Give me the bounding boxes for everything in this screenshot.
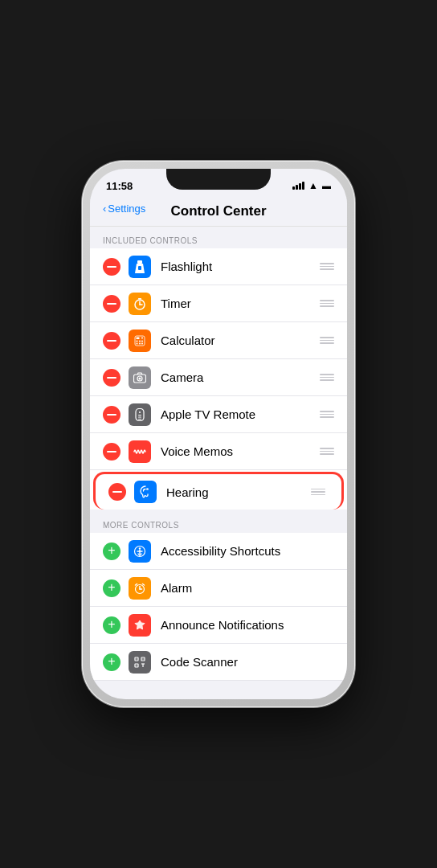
flashlight-label: Flashlight	[161, 260, 320, 273]
back-label[interactable]: Settings	[108, 203, 145, 215]
hearing-label: Hearing	[166, 485, 311, 499]
notch	[166, 169, 271, 190]
svg-point-14	[139, 342, 141, 344]
calculator-label: Calculator	[161, 334, 320, 347]
add-accessibility-button[interactable]	[103, 542, 120, 560]
svg-point-18	[139, 377, 141, 379]
voicememos-label: Voice Memos	[161, 444, 320, 458]
remove-flashlight-button[interactable]	[103, 258, 120, 276]
more-controls-header: MORE CONTROLS	[90, 511, 347, 533]
alarm-label: Alarm	[161, 581, 334, 595]
calculator-icon	[129, 330, 151, 352]
svg-rect-2	[138, 266, 141, 270]
hearing-list-item[interactable]: Hearing	[93, 472, 344, 510]
list-item[interactable]: Timer	[90, 285, 347, 322]
svg-point-11	[139, 340, 141, 342]
list-item[interactable]: Camera	[90, 359, 347, 396]
remove-calculator-button[interactable]	[103, 332, 120, 350]
accessibility-label: Accessibility Shortcuts	[161, 544, 334, 558]
svg-rect-22	[138, 416, 141, 417]
list-item[interactable]: Alarm	[90, 570, 347, 607]
svg-point-12	[141, 340, 143, 342]
drag-handle[interactable]	[320, 300, 334, 307]
list-item[interactable]: Accessibility Shortcuts	[90, 533, 347, 570]
list-item[interactable]: Code Scanner	[90, 644, 347, 681]
drag-handle[interactable]	[320, 374, 334, 381]
timer-icon	[129, 293, 151, 315]
svg-point-10	[137, 340, 138, 342]
drag-handle[interactable]	[320, 263, 334, 270]
phone-screen: 11:58 ▲ ▬ ‹ Settings Control Center	[90, 169, 347, 699]
included-controls-list: Flashlight	[90, 248, 347, 510]
svg-point-20	[139, 411, 141, 413]
list-item[interactable]: Flashlight	[90, 248, 347, 285]
list-item[interactable]: Calculator	[90, 322, 347, 359]
add-alarm-button[interactable]	[103, 579, 120, 597]
voicememos-icon	[129, 440, 151, 463]
status-time: 11:58	[106, 180, 133, 192]
appletv-icon	[129, 403, 151, 426]
remove-timer-button[interactable]	[103, 295, 120, 313]
remove-appletv-button[interactable]	[103, 406, 120, 424]
add-codescanner-button[interactable]	[103, 653, 120, 671]
drag-handle[interactable]	[320, 448, 334, 455]
included-controls-header: INCLUDED CONTROLS	[90, 227, 347, 248]
list-item[interactable]: Voice Memos	[90, 433, 347, 470]
back-chevron: ‹	[103, 203, 106, 215]
hearing-icon	[134, 481, 157, 503]
accessibility-icon	[129, 540, 151, 563]
nav-bar: ‹ Settings Control Center	[90, 199, 347, 227]
signal-icon	[292, 182, 304, 190]
svg-rect-23	[138, 419, 141, 420]
timer-label: Timer	[161, 297, 320, 310]
wifi-icon: ▲	[308, 180, 318, 191]
remove-voicememos-button[interactable]	[103, 443, 120, 461]
svg-point-13	[137, 342, 138, 344]
announce-label: Announce Notifications	[161, 618, 334, 632]
more-controls-list: Accessibility Shortcuts Alar	[90, 533, 347, 681]
svg-rect-21	[138, 415, 141, 416]
svg-point-26	[139, 547, 141, 549]
camera-label: Camera	[161, 371, 320, 384]
phone-frame: 11:58 ▲ ▬ ‹ Settings Control Center	[82, 161, 355, 707]
drag-handle[interactable]	[320, 337, 334, 344]
svg-point-9	[141, 337, 143, 338]
drag-handle[interactable]	[311, 489, 325, 496]
svg-point-24	[146, 488, 149, 490]
svg-line-34	[136, 583, 137, 585]
svg-rect-39	[137, 658, 137, 659]
list-item[interactable]: Apple TV Remote	[90, 396, 347, 433]
battery-icon: ▬	[322, 181, 331, 190]
appletv-label: Apple TV Remote	[161, 407, 320, 421]
codescanner-icon	[129, 651, 151, 674]
flashlight-icon	[129, 256, 151, 278]
svg-rect-41	[137, 665, 137, 665]
remove-camera-button[interactable]	[103, 369, 120, 387]
alarm-icon	[129, 577, 151, 600]
list-item[interactable]: Announce Notifications	[90, 607, 347, 644]
content-scroll[interactable]: INCLUDED CONTROLS Flashlight	[90, 227, 347, 681]
svg-rect-40	[143, 658, 144, 659]
camera-icon	[129, 366, 151, 389]
svg-rect-6	[138, 298, 141, 300]
drag-handle[interactable]	[320, 411, 334, 418]
remove-hearing-button[interactable]	[108, 483, 126, 501]
svg-line-35	[143, 583, 145, 585]
svg-point-15	[141, 342, 143, 344]
announce-icon	[129, 614, 151, 637]
codescanner-label: Code Scanner	[161, 655, 334, 669]
add-announce-button[interactable]	[103, 616, 120, 634]
status-icons: ▲ ▬	[292, 180, 331, 191]
svg-rect-0	[137, 260, 142, 264]
svg-rect-8	[137, 337, 140, 339]
